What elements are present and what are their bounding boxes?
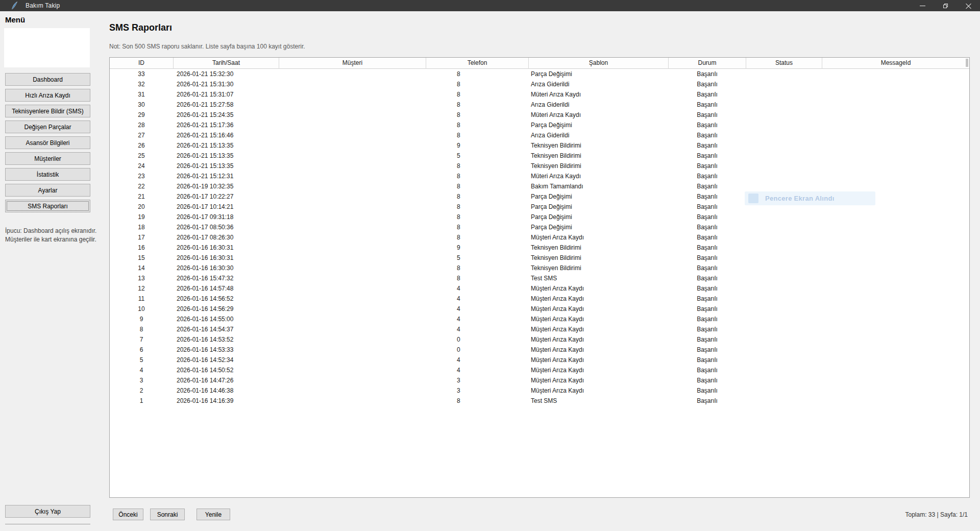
cell-sablon: Müşteri Arıza Kaydı [529,324,669,334]
cell-durum: Başarılı [669,120,746,130]
cell-status [746,100,822,110]
cell-id: 3 [110,375,174,385]
column-header-tarih-saat[interactable]: Tarih/Saat [174,58,279,69]
table-row[interactable]: 292026-01-21 15:24:358Müteri Arıza Kaydı… [110,110,969,120]
cell-musteri [279,110,426,120]
sidebar-item-asansor-bilgileri[interactable]: Asansör Bilgileri [5,136,90,149]
table-row[interactable]: 282026-01-21 15:17:368Parça DeğişimiBaşa… [110,120,969,130]
column-header-musteri[interactable]: Müşteri [279,58,426,69]
sidebar-item-degisen-parcalar[interactable]: Değişen Parçalar [5,120,90,133]
table-row[interactable]: 202026-01-17 10:14:218Parça DeğişimiBaşa… [110,202,969,212]
cell-telefon: 8 [426,263,529,273]
table-row[interactable]: 252026-01-21 15:13:355Teknisyen Bildirim… [110,151,969,161]
table-row[interactable]: 52026-01-16 14:52:344Müşteri Arıza Kaydı… [110,355,969,365]
logout-button[interactable]: Çıkış Yap [5,505,90,518]
cell-durum: Başarılı [669,365,746,375]
title-bar[interactable]: Bakım Takip [0,0,980,11]
column-header-telefon[interactable]: Telefon [426,58,529,69]
refresh-button[interactable]: Yenile [197,509,230,520]
cell-telefon: 8 [426,232,529,243]
table-row[interactable]: 102026-01-16 14:56:294Müşteri Arıza Kayd… [110,304,969,314]
sidebar-item-ayarlar[interactable]: Ayarlar [5,184,90,197]
sidebar-item-musteriler[interactable]: Müşteriler [5,152,90,165]
next-page-button[interactable]: Sonraki [150,509,185,520]
table-row[interactable]: 302026-01-21 15:27:588Arıza GiderildiBaş… [110,100,969,110]
minimize-icon[interactable] [911,0,934,11]
table-row[interactable]: 72026-01-16 14:53:520Müşteri Arıza Kaydı… [110,334,969,345]
table-row[interactable]: 142026-01-16 16:30:308Teknisyen Bildirim… [110,263,969,273]
table-row[interactable]: 132026-01-16 15:47:328Test SMSBaşarılı [110,273,969,283]
scrollbar-thumb[interactable] [966,59,968,67]
cell-id: 19 [110,212,174,222]
table-row[interactable]: 272026-01-21 15:16:468Arıza GiderildiBaş… [110,130,969,140]
cell-messageid [822,345,969,355]
close-icon[interactable] [957,0,980,11]
cell-messageid [822,171,969,181]
table-row[interactable]: 162026-01-16 16:30:319Teknisyen Bildirim… [110,243,969,253]
cell-sablon: Teknisyen Bildirimi [529,140,669,151]
cell-sablon: Arıza Giderildi [529,79,669,89]
table-row[interactable]: 12026-01-16 14:16:398Test SMSBaşarılı [110,396,969,406]
restore-icon[interactable] [934,0,957,11]
cell-status [746,375,822,385]
table-row[interactable]: 192026-01-17 09:31:188Parça DeğişimiBaşa… [110,212,969,222]
sidebar-item-dashboard[interactable]: Dashboard [5,73,90,86]
cell-status [746,110,822,120]
cell-musteri [279,314,426,324]
table-row[interactable]: 112026-01-16 14:56:524Müşteri Arıza Kayd… [110,294,969,304]
cell-id: 32 [110,79,174,89]
column-header-messageid[interactable]: MessageId [822,58,969,69]
table-row[interactable]: 62026-01-16 14:53:330Müşteri Arıza Kaydı… [110,345,969,355]
column-header-status[interactable]: Status [746,58,822,69]
table-row[interactable]: 332026-01-21 15:32:308Parça DeğişimiBaşa… [110,69,969,79]
cell-status [746,202,822,212]
table-row[interactable]: 122026-01-16 14:57:484Müşteri Arıza Kayd… [110,283,969,294]
previous-page-button[interactable]: Önceki [113,509,143,520]
cell-durum: Başarılı [669,273,746,283]
cell-musteri [279,294,426,304]
table-row[interactable]: 82026-01-16 14:54:374Müşteri Arıza Kaydı… [110,324,969,334]
table-row[interactable]: 32026-01-16 14:47:263Müşteri Arıza Kaydı… [110,375,969,385]
table-row[interactable]: 212026-01-17 10:22:278Parça DeğişimiBaşa… [110,191,969,202]
table-row[interactable]: 22026-01-16 14:46:383Müşteri Arıza Kaydı… [110,385,969,396]
table-row[interactable]: 222026-01-19 10:32:358Bakım TamamlandıBa… [110,181,969,191]
sidebar-item-istatistik[interactable]: İstatistik [5,168,90,181]
cell-messageid [822,304,969,314]
cell-messageid [822,151,969,161]
table-row[interactable]: 152026-01-16 16:30:315Teknisyen Bildirim… [110,253,969,263]
sidebar-item-hizli-ariza-kaydi[interactable]: Hızlı Arıza Kaydı [5,89,90,102]
table-row[interactable]: 322026-01-21 15:31:308Arıza GiderildiBaş… [110,79,969,89]
cell-durum: Başarılı [669,161,746,171]
column-header-id[interactable]: ID [110,58,174,69]
cell-status [746,69,822,79]
cell-messageid [822,191,969,202]
cell-musteri [279,120,426,130]
cell-tarih-saat: 2026-01-16 16:30:31 [174,243,279,253]
cell-durum: Başarılı [669,294,746,304]
table-row[interactable]: 42026-01-16 14:50:524Müşteri Arıza Kaydı… [110,365,969,375]
cell-messageid [822,100,969,110]
table-row[interactable]: 312026-01-21 15:31:078Müteri Arıza Kaydı… [110,89,969,100]
cell-sablon: Teknisyen Bildirimi [529,161,669,171]
sidebar-item-teknisyenlere-bildir-sms[interactable]: Teknisyenlere Bildir (SMS) [5,105,90,117]
cell-sablon: Müteri Arıza Kaydı [529,89,669,100]
column-header-durum[interactable]: Durum [669,58,746,69]
column-header-sablon[interactable]: Şablon [529,58,669,69]
table-row[interactable]: 232026-01-21 15:12:318Müteri Arıza Kaydı… [110,171,969,181]
table-row[interactable]: 242026-01-21 15:13:358Teknisyen Bildirim… [110,161,969,171]
sidebar-item-sms-raporlari[interactable]: SMS Raporları [5,200,90,212]
cell-tarih-saat: 2026-01-21 15:27:58 [174,100,279,110]
table-row[interactable]: 262026-01-21 15:13:359Teknisyen Bildirim… [110,140,969,151]
cell-id: 27 [110,130,174,140]
cell-sablon: Teknisyen Bildirimi [529,151,669,161]
cell-telefon: 8 [426,130,529,140]
cell-telefon: 8 [426,161,529,171]
cell-status [746,263,822,273]
table-header-row: IDTarih/SaatMüşteriTelefonŞablonDurumSta… [110,58,969,69]
cell-musteri [279,100,426,110]
table-row[interactable]: 92026-01-16 14:55:004Müşteri Arıza Kaydı… [110,314,969,324]
cell-tarih-saat: 2026-01-21 15:12:31 [174,171,279,181]
table-row[interactable]: 182026-01-17 08:50:368Parça DeğişimiBaşa… [110,222,969,232]
cell-tarih-saat: 2026-01-21 15:32:30 [174,69,279,79]
table-row[interactable]: 172026-01-17 08:26:308Müşteri Arıza Kayd… [110,232,969,243]
